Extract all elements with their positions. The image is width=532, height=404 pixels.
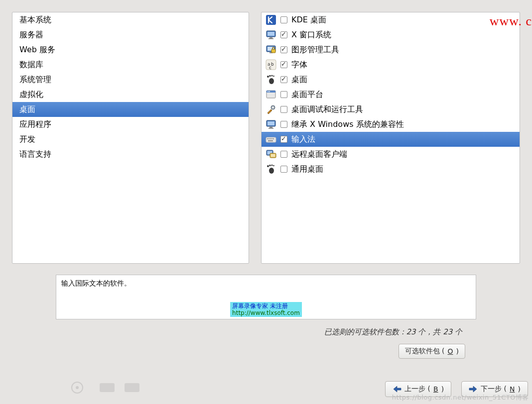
package-item[interactable]: 桌面调试和运行工具 <box>262 102 520 117</box>
svg-rect-30 <box>268 138 269 139</box>
watermark-text: www. c <box>490 14 532 29</box>
svg-point-17 <box>273 76 274 77</box>
svg-rect-31 <box>270 138 271 139</box>
svg-rect-25 <box>267 121 274 125</box>
svg-rect-8 <box>271 49 275 53</box>
svg-text:c: c <box>269 65 271 70</box>
package-item[interactable]: 远程桌面客户端 <box>262 147 520 162</box>
arrow-left-icon <box>393 386 401 393</box>
category-list: 基本系统服务器Web 服务数据库系统管理虚拟化桌面应用程序开发语言支持 <box>12 12 249 162</box>
ghost-toolbar <box>65 380 164 395</box>
package-checkbox[interactable] <box>280 46 287 53</box>
panels-row: 基本系统服务器Web 服务数据库系统管理虚拟化桌面应用程序开发语言支持 KDE … <box>0 0 532 264</box>
package-checkbox[interactable] <box>280 91 287 98</box>
package-label: 桌面调试和运行工具 <box>291 104 516 115</box>
package-item[interactable]: X 窗口系统 <box>262 27 520 42</box>
package-checkbox[interactable] <box>280 31 287 38</box>
category-panel: 基本系统服务器Web 服务数据库系统管理虚拟化桌面应用程序开发语言支持 <box>12 12 249 264</box>
monitor-icon <box>266 119 276 130</box>
svg-rect-33 <box>273 138 274 139</box>
category-item[interactable]: 基本系统 <box>12 12 249 27</box>
btn-text-end: ) <box>456 347 459 355</box>
svg-point-16 <box>271 75 273 77</box>
description-text: 输入国际文本的软件。 <box>61 279 131 287</box>
lock-monitor-icon <box>266 44 276 55</box>
category-item[interactable]: 虚拟化 <box>12 87 249 102</box>
package-checkbox[interactable] <box>280 16 287 23</box>
btn-accel: O <box>448 347 453 355</box>
svg-point-14 <box>267 76 269 78</box>
recorder-watermark: 屏幕录像专家 未注册 http://www.tlxsoft.com <box>230 302 302 317</box>
category-item[interactable]: 数据库 <box>12 57 249 72</box>
svg-rect-46 <box>100 383 115 392</box>
gnome-foot-icon <box>266 74 276 85</box>
package-checkbox[interactable] <box>280 106 287 113</box>
package-label: 输入法 <box>291 134 516 145</box>
category-item[interactable]: 服务器 <box>12 27 249 42</box>
svg-rect-29 <box>267 138 268 139</box>
arrow-right-icon <box>469 386 478 393</box>
package-label: 图形管理工具 <box>291 44 516 55</box>
package-item[interactable]: 输入法 <box>262 132 520 147</box>
package-panel: KDE 桌面X 窗口系统图形管理工具abc字体桌面桌面平台桌面调试和运行工具继承… <box>261 12 520 264</box>
package-item[interactable]: 桌面 <box>262 72 520 87</box>
svg-rect-32 <box>271 138 272 139</box>
package-label: X 窗口系统 <box>291 29 516 40</box>
package-label: KDE 桌面 <box>291 14 516 25</box>
btn-text-end: ) <box>441 385 444 393</box>
svg-point-21 <box>269 91 270 92</box>
blog-watermark: https://blog.csdn.net/weixin_51CTO博客 <box>392 393 529 402</box>
svg-point-20 <box>267 91 268 92</box>
svg-rect-26 <box>269 127 272 128</box>
svg-rect-27 <box>268 128 273 129</box>
package-item[interactable]: abc字体 <box>262 57 520 72</box>
font-icon: abc <box>266 59 276 70</box>
optional-packages-button[interactable]: 可选软件包 (O) <box>399 344 465 359</box>
package-item[interactable]: 通用桌面 <box>262 162 520 177</box>
package-item[interactable]: KDE 桌面 <box>262 12 520 27</box>
btn-text: 上一步 ( <box>404 385 430 394</box>
package-checkbox[interactable] <box>280 166 287 173</box>
package-label: 继承 X Windows 系统的兼容性 <box>291 119 516 130</box>
category-item[interactable]: 应用程序 <box>12 117 249 132</box>
keyboard-icon <box>266 134 276 145</box>
svg-point-40 <box>267 165 269 167</box>
tools-icon <box>266 104 276 115</box>
category-item[interactable]: Web 服务 <box>12 42 249 57</box>
category-item[interactable]: 系统管理 <box>12 72 249 87</box>
category-item[interactable]: 语言支持 <box>12 147 249 162</box>
svg-point-41 <box>269 165 270 166</box>
package-checkbox[interactable] <box>280 151 287 158</box>
package-count-line: 已选则的可选软件包数：23 个，共 23 个 <box>0 327 462 337</box>
svg-rect-4 <box>268 38 273 39</box>
svg-point-43 <box>273 165 274 167</box>
package-checkbox[interactable] <box>280 76 287 83</box>
svg-rect-0 <box>266 15 276 25</box>
package-label: 通用桌面 <box>291 164 516 175</box>
svg-point-15 <box>269 75 270 77</box>
svg-rect-38 <box>271 154 275 157</box>
btn-text: 下一步 ( <box>481 385 507 394</box>
package-item[interactable]: 继承 X Windows 系统的兼容性 <box>262 117 520 132</box>
svg-rect-2 <box>267 32 274 36</box>
package-label: 字体 <box>291 59 516 70</box>
package-checkbox[interactable] <box>280 121 287 128</box>
package-checkbox[interactable] <box>280 61 287 68</box>
window-icon <box>266 89 276 100</box>
recorder-watermark-line1: 屏幕录像专家 未注册 <box>232 303 300 309</box>
svg-rect-47 <box>125 383 139 392</box>
svg-point-13 <box>269 78 274 84</box>
package-item[interactable]: 桌面平台 <box>262 87 520 102</box>
package-item[interactable]: 图形管理工具 <box>262 42 520 57</box>
category-item[interactable]: 桌面 <box>12 102 249 117</box>
recorder-watermark-line2: http://www.tlxsoft.com <box>232 309 300 316</box>
btn-text-end: ) <box>518 385 521 393</box>
package-list: KDE 桌面X 窗口系统图形管理工具abc字体桌面桌面平台桌面调试和运行工具继承… <box>262 12 520 177</box>
category-item[interactable]: 开发 <box>12 132 249 147</box>
package-label: 桌面 <box>291 74 516 85</box>
optional-button-bar: 可选软件包 (O) <box>0 344 465 359</box>
remote-icon <box>266 149 276 160</box>
svg-point-42 <box>271 165 273 166</box>
svg-rect-3 <box>269 37 272 38</box>
package-checkbox[interactable] <box>280 136 287 143</box>
